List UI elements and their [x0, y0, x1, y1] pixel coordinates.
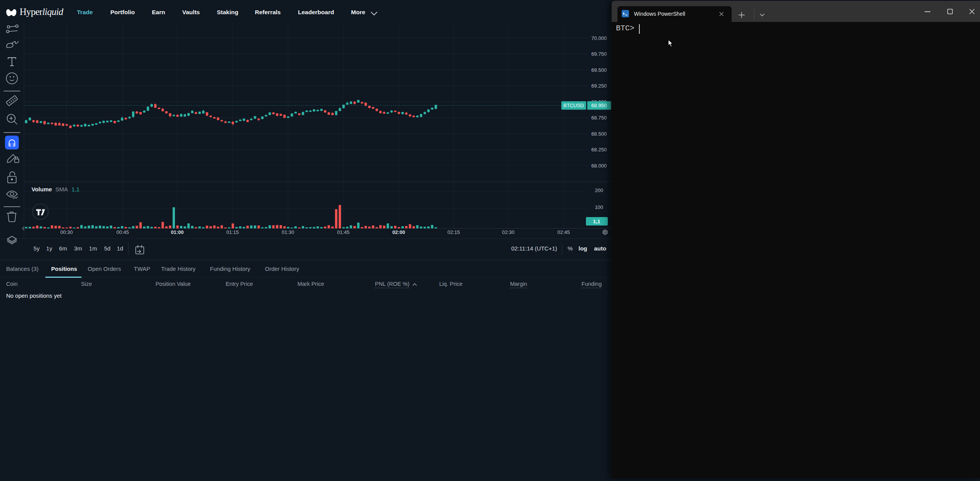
svg-text:01:45: 01:45 — [337, 229, 350, 235]
svg-text:02:45: 02:45 — [557, 229, 570, 235]
svg-text:02:11:14 (UTC+1): 02:11:14 (UTC+1) — [511, 245, 557, 252]
svg-text:69.250: 69.250 — [591, 83, 607, 89]
svg-text:68.950: 68.950 — [591, 103, 607, 108]
svg-text:1,1: 1,1 — [593, 219, 601, 224]
svg-text:6m: 6m — [59, 245, 67, 252]
svg-text:01:30: 01:30 — [282, 229, 294, 235]
svg-text:02:00: 02:00 — [392, 229, 405, 235]
svg-text:200: 200 — [595, 187, 603, 193]
svg-text:3m: 3m — [74, 245, 82, 252]
svg-text:68.500: 68.500 — [591, 131, 607, 137]
svg-text:BTCUSD: BTCUSD — [563, 103, 584, 108]
svg-text:69.500: 69.500 — [591, 67, 607, 73]
svg-text:Volume: Volume — [32, 186, 52, 192]
svg-text:%: % — [567, 245, 572, 252]
svg-text:68.750: 68.750 — [591, 115, 607, 121]
svg-text:68.250: 68.250 — [591, 147, 607, 153]
svg-text:1d: 1d — [117, 245, 123, 252]
svg-text:01:00: 01:00 — [171, 229, 183, 235]
svg-text:1y: 1y — [46, 245, 52, 252]
svg-text:69.750: 69.750 — [591, 51, 607, 57]
svg-text:01:15: 01:15 — [226, 229, 239, 235]
svg-text:auto: auto — [594, 245, 606, 252]
svg-text:1,1: 1,1 — [72, 186, 80, 192]
svg-text:100: 100 — [595, 204, 603, 210]
svg-text:00:30: 00:30 — [60, 229, 73, 235]
svg-text:1m: 1m — [89, 245, 97, 252]
svg-text:02:15: 02:15 — [448, 229, 460, 235]
svg-text:5d: 5d — [104, 245, 111, 252]
svg-text:00:45: 00:45 — [116, 229, 129, 235]
svg-text:log: log — [579, 245, 587, 252]
svg-text:5y: 5y — [33, 245, 40, 252]
svg-text:SMA: SMA — [55, 186, 68, 192]
svg-text:70.000: 70.000 — [591, 35, 607, 41]
svg-text:68.000: 68.000 — [591, 163, 607, 169]
svg-text:02:30: 02:30 — [502, 229, 515, 235]
